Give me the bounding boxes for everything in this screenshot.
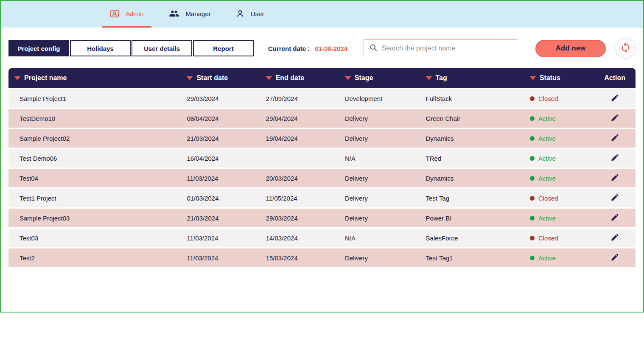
sort-down-icon (14, 76, 20, 80)
stage-cell: Delivery (339, 195, 420, 202)
header-start-date[interactable]: Start date (181, 74, 260, 82)
end-date-cell: 15/03/2024 (260, 254, 339, 262)
pencil-edit-icon (610, 193, 619, 203)
tab-label: User (251, 10, 264, 17)
header-stage[interactable]: Stage (339, 74, 420, 82)
end-date-cell: 19/04/2024 (260, 135, 339, 142)
stage-cell: Delivery (339, 215, 420, 222)
stage-cell: Delivery (339, 115, 420, 122)
refresh-sync-icon (620, 42, 631, 55)
table-row: Test2 11/03/2024 15/03/2024 Delivery Tes… (8, 248, 636, 267)
current-date-value: 01-08-2024 (315, 45, 348, 52)
header-status[interactable]: Status (524, 74, 594, 82)
status-badge: Active (530, 215, 594, 222)
table-row: Test04 11/03/2024 20/03/2024 Delivery Dy… (8, 169, 636, 187)
status-dot-icon (530, 116, 535, 121)
stage-cell: N/A (339, 234, 420, 242)
status-dot-icon (530, 136, 535, 141)
status-cell: Active (524, 215, 594, 222)
table-row: Test03 11/03/2024 14/03/2024 N/A SalesFo… (8, 229, 636, 247)
status-dot-icon (530, 96, 535, 101)
projects-table: Project name Start date End date Stage T… (8, 68, 636, 267)
project-name-cell: TestDemo10 (8, 115, 181, 122)
search-input[interactable] (381, 45, 512, 52)
start-date-cell: 11/03/2024 (181, 254, 260, 262)
start-date-cell: 11/03/2024 (181, 175, 260, 182)
table-row: Sample Project03 21/03/2024 29/03/2024 D… (8, 209, 636, 227)
action-cell (594, 153, 636, 163)
status-cell: Closed (524, 95, 594, 102)
pencil-edit-icon (610, 133, 619, 143)
action-cell (594, 193, 636, 203)
section-nav: Project config Holidays User details Rep… (8, 40, 254, 56)
nav-report[interactable]: Report (193, 40, 254, 56)
header-end-date[interactable]: End date (260, 74, 339, 82)
status-dot-icon (530, 216, 535, 220)
tab-user[interactable]: User (228, 1, 272, 28)
status-badge: Active (530, 254, 594, 262)
refresh-button[interactable] (616, 39, 635, 58)
project-name-cell: Sample Project02 (8, 135, 181, 142)
project-name-cell: Test1 Project (8, 195, 181, 202)
header-tag[interactable]: Tag (420, 74, 524, 82)
table-row: TestDemo10 08/04/2024 29/04/2024 Deliver… (8, 109, 636, 128)
action-cell (594, 213, 636, 223)
tag-cell: Test Tag1 (420, 254, 524, 262)
table-row: Sample Project02 21/03/2024 19/04/2024 D… (8, 129, 636, 148)
tab-manager[interactable]: Manager (161, 1, 218, 28)
tab-admin[interactable]: Admin (102, 1, 151, 28)
pencil-edit-icon (610, 253, 619, 263)
edit-button[interactable] (610, 113, 619, 123)
sort-down-icon (187, 76, 193, 80)
admin-badge-icon (109, 8, 120, 19)
edit-button[interactable] (610, 93, 619, 103)
end-date-cell: 27/09/2024 (260, 95, 339, 102)
header-project-name[interactable]: Project name (8, 74, 181, 82)
status-cell: Active (524, 115, 594, 122)
status-dot-icon (530, 176, 535, 181)
pencil-edit-icon (610, 173, 619, 183)
role-tabs: Admin Manager User (102, 1, 281, 28)
tag-cell: FullStack (420, 95, 524, 102)
project-name-cell: Sample Project1 (8, 95, 181, 102)
nav-project-config[interactable]: Project config (8, 40, 69, 56)
action-cell (594, 173, 636, 183)
pencil-edit-icon (610, 233, 619, 243)
status-badge: Active (530, 175, 594, 182)
table-row: Sample Project1 29/03/2024 27/09/2024 De… (8, 89, 636, 108)
status-cell: Closed (524, 234, 594, 242)
edit-button[interactable] (610, 193, 619, 203)
action-cell (594, 133, 636, 143)
search-box[interactable] (364, 39, 517, 57)
edit-button[interactable] (610, 133, 619, 143)
pencil-edit-icon (610, 153, 619, 163)
pencil-edit-icon (610, 113, 619, 123)
table-header: Project name Start date End date Stage T… (8, 68, 636, 88)
status-cell: Closed (524, 195, 594, 202)
status-dot-icon (530, 236, 535, 240)
tag-cell: Dynamics (420, 135, 524, 142)
edit-button[interactable] (610, 153, 619, 163)
tag-cell: TRed (420, 155, 524, 162)
edit-button[interactable] (610, 173, 619, 183)
current-date: Current date : 01-08-2024 (268, 45, 347, 52)
sort-down-icon (426, 76, 432, 80)
top-navigation-bar: Admin Manager User (1, 1, 643, 28)
edit-button[interactable] (610, 213, 619, 223)
nav-holidays[interactable]: Holidays (70, 40, 131, 56)
project-name-cell: Test04 (8, 175, 181, 182)
status-badge: Active (530, 135, 594, 142)
start-date-cell: 01/03/2024 (181, 195, 260, 202)
app-window: Admin Manager User (0, 0, 644, 313)
stage-cell: Delivery (339, 135, 420, 142)
search-icon (369, 43, 378, 53)
status-dot-icon (530, 256, 535, 260)
status-cell: Active (524, 155, 594, 162)
nav-user-details[interactable]: User details (132, 40, 192, 56)
edit-button[interactable] (610, 233, 619, 243)
status-badge: Active (530, 155, 594, 162)
add-new-button[interactable]: Add new (535, 40, 606, 57)
action-cell (594, 253, 636, 263)
edit-button[interactable] (610, 253, 619, 263)
start-date-cell: 16/04/2024 (181, 155, 260, 162)
